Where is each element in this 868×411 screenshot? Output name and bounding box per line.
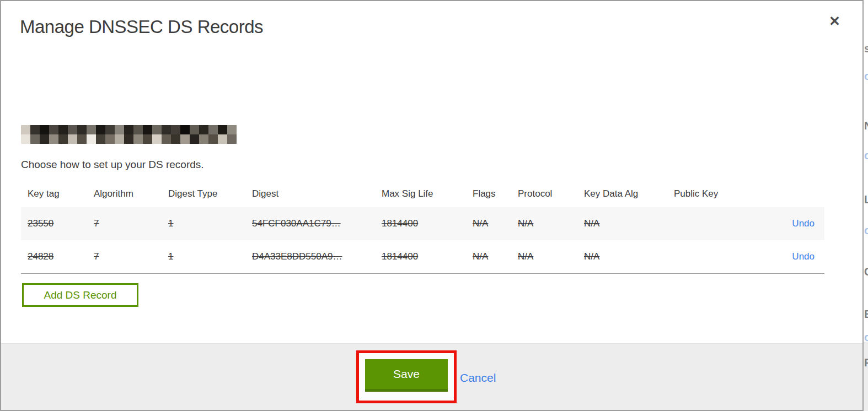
close-icon[interactable]: ✕ xyxy=(828,13,842,29)
background-page-footer xyxy=(864,342,868,411)
table-header-row: Key tag Algorithm Digest Type Digest Max… xyxy=(21,182,824,207)
instruction-text: Choose how to set up your DS records. xyxy=(21,159,204,171)
cell-public-key xyxy=(667,240,756,274)
col-header-algorithm: Algorithm xyxy=(87,182,162,207)
cell-key-tag: 23550 xyxy=(21,207,87,240)
ds-records-table: Key tag Algorithm Digest Type Digest Max… xyxy=(21,182,824,274)
cell-digest-type: 1 xyxy=(162,207,245,240)
cell-key-tag: 24828 xyxy=(21,240,87,274)
annotation-highlight-box: Save xyxy=(356,350,457,403)
screenshot-root: Manage DNSSEC DS Records ✕ Choose how to… xyxy=(0,0,868,411)
col-header-digest: Digest xyxy=(245,182,375,207)
cell-public-key xyxy=(667,207,756,240)
cell-algorithm: 7 xyxy=(87,207,162,240)
cell-key-data-alg: N/A xyxy=(577,207,667,240)
table-row: 24828 7 1 D4A33E8DD550A9… 1814400 N/A N/… xyxy=(21,240,824,274)
cell-max-sig-life: 1814400 xyxy=(375,207,466,240)
col-header-max-sig-life: Max Sig Life xyxy=(375,182,466,207)
cell-protocol: N/A xyxy=(511,240,577,274)
cancel-link[interactable]: Cancel xyxy=(460,371,496,385)
col-header-digest-type: Digest Type xyxy=(162,182,245,207)
cell-key-data-alg: N/A xyxy=(577,240,667,274)
undo-link[interactable]: Undo xyxy=(792,218,815,229)
modal-title: Manage DNSSEC DS Records xyxy=(20,17,263,37)
undo-link[interactable]: Undo xyxy=(792,251,815,262)
background-page-strip: soNoLoCEoP xyxy=(864,0,868,411)
col-header-public-key: Public Key xyxy=(667,182,756,207)
cell-max-sig-life: 1814400 xyxy=(375,240,466,274)
redacted-domain-name xyxy=(21,125,237,144)
cell-digest-type: 1 xyxy=(162,240,245,274)
cell-algorithm: 7 xyxy=(87,240,162,274)
col-header-key-data-alg: Key Data Alg xyxy=(577,182,667,207)
col-header-actions xyxy=(756,182,824,207)
add-ds-record-button[interactable]: Add DS Record xyxy=(22,283,138,307)
col-header-key-tag: Key tag xyxy=(21,182,87,207)
col-header-protocol: Protocol xyxy=(511,182,577,207)
manage-dnssec-modal: Manage DNSSEC DS Records ✕ Choose how to… xyxy=(0,0,864,411)
col-header-flags: Flags xyxy=(466,182,511,207)
table-row: 23550 7 1 54FCF030AA1C79… 1814400 N/A N/… xyxy=(21,207,824,240)
cell-flags: N/A xyxy=(466,207,511,240)
cell-digest: D4A33E8DD550A9… xyxy=(245,240,375,274)
save-button[interactable]: Save xyxy=(365,359,448,392)
cell-flags: N/A xyxy=(466,240,511,274)
modal-footer: Save Cancel xyxy=(1,343,862,410)
cell-protocol: N/A xyxy=(511,207,577,240)
cell-digest: 54FCF030AA1C79… xyxy=(245,207,375,240)
